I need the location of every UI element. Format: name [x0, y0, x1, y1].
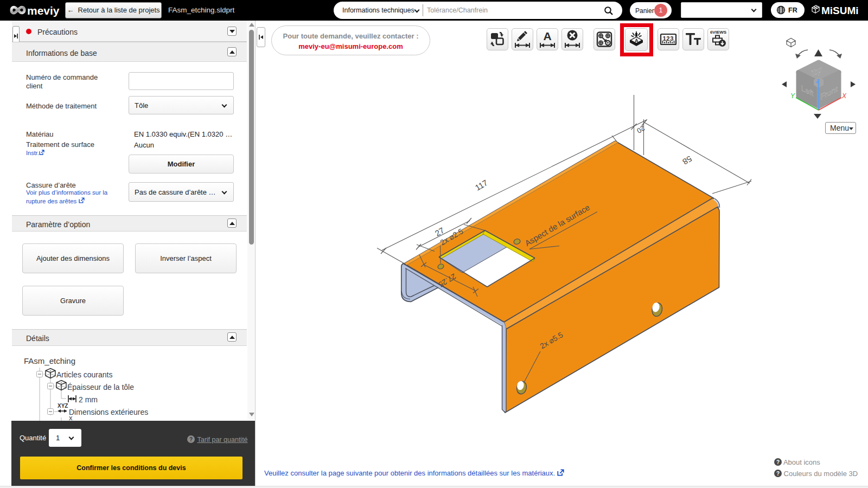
- svg-text:Y: Y: [790, 92, 795, 100]
- svg-text:117: 117: [474, 178, 489, 192]
- svg-text:XYZ: XYZ: [58, 403, 68, 409]
- svg-text:meviy: meviy: [27, 4, 60, 17]
- svg-text:?: ?: [189, 436, 193, 442]
- svg-text:X: X: [841, 92, 847, 100]
- svg-text:20: 20: [635, 124, 646, 135]
- svg-text:58: 58: [681, 154, 693, 166]
- svg-text:MiSUMi: MiSUMi: [821, 5, 859, 16]
- svg-text:z: z: [815, 76, 820, 85]
